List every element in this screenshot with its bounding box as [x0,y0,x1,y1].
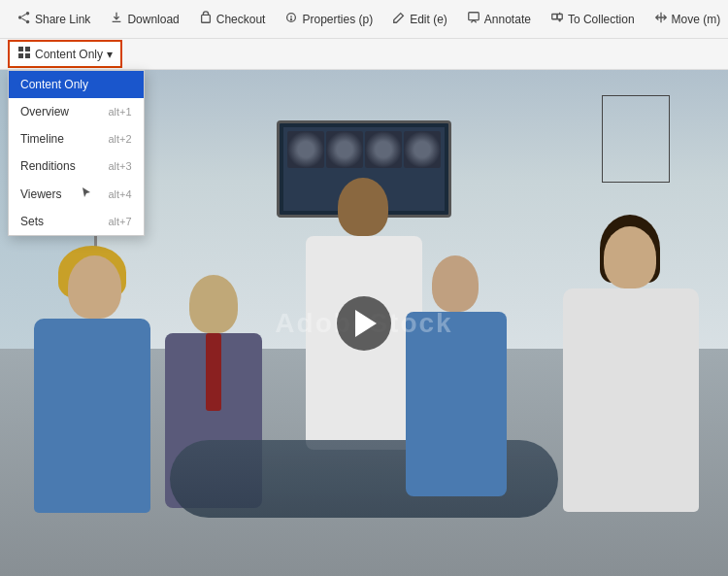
play-icon [355,310,377,337]
tie [206,333,221,411]
svg-rect-16 [25,47,30,51]
xray-image [602,95,670,183]
to-collection-label: To Collection [568,13,635,26]
head [189,275,238,333]
dropdown-item-shortcut: alt+2 [108,133,131,145]
svg-rect-18 [25,53,30,58]
chevron-down-icon: ▾ [107,48,113,61]
svg-point-2 [18,16,22,19]
svg-point-0 [26,12,30,16]
properties-button[interactable]: Properties (p) [275,0,382,38]
dropdown-item-viewers[interactable]: Viewers alt+4 [9,180,144,208]
share-link-label: Share Link [35,13,90,26]
person-4 [398,236,514,576]
view-selector-label: Content Only [35,48,103,61]
person-5 [553,187,709,576]
dropdown-item-label: Content Only [20,78,116,91]
dropdown-item-timeline[interactable]: Timeline alt+2 [9,125,144,152]
checkout-label: Checkout [216,13,266,26]
svg-rect-10 [552,15,557,19]
svg-line-4 [21,18,25,21]
dropdown-item-label: Renditions [20,159,92,173]
person-2 [155,246,272,576]
body [34,319,150,513]
scan-image [365,131,402,168]
view-row: Content Only ▾ Content Only Overview alt… [0,39,728,70]
svg-line-3 [21,15,25,17]
svg-rect-5 [201,15,210,22]
download-icon [110,11,123,27]
layout-icon [17,46,31,62]
svg-rect-11 [557,15,562,19]
dropdown-item-label: Viewers [20,187,61,201]
dropdown-item-label: Sets [20,215,92,228]
head [604,226,656,288]
checkout-icon [199,11,213,27]
move-button[interactable]: Move (m) [645,0,728,38]
dropdown-item-shortcut: alt+4 [108,188,131,200]
view-selector-button[interactable]: Content Only ▾ [8,40,122,68]
annotate-button[interactable]: Annotate [457,0,541,38]
scan-image [404,131,441,168]
dropdown-item-shortcut: alt+3 [108,160,131,172]
svg-point-8 [291,19,292,20]
checkout-button[interactable]: Checkout [189,0,276,38]
properties-label: Properties (p) [302,13,373,26]
body [406,312,507,496]
collection-icon [550,11,564,27]
dropdown-item-shortcut: alt+1 [108,106,131,118]
dropdown-item-shortcut: alt+7 [108,216,131,227]
dropdown-item-label: Timeline [20,132,92,146]
body [563,288,699,512]
dropdown-item-sets[interactable]: Sets alt+7 [9,208,144,235]
cursor-icon [81,186,92,201]
dropdown-item-content-only[interactable]: Content Only [9,71,144,98]
move-label: Move (m) [672,13,721,26]
svg-rect-15 [18,47,23,51]
svg-rect-17 [18,53,23,58]
annotate-label: Annotate [484,13,531,26]
svg-rect-9 [469,13,480,20]
person-1 [29,207,165,576]
dropdown-item-renditions[interactable]: Renditions alt+3 [9,152,144,180]
dropdown-item-overview[interactable]: Overview alt+1 [9,98,144,125]
view-dropdown-menu: Content Only Overview alt+1 Timeline alt… [8,70,145,236]
head [432,255,479,312]
download-label: Download [127,13,179,26]
head [338,178,388,236]
play-button[interactable] [337,296,391,351]
edit-label: Edit (e) [410,13,447,26]
share-link-button[interactable]: Share Link [8,0,100,38]
share-icon [17,11,31,27]
properties-icon [284,11,298,27]
edit-icon [392,11,406,27]
head [68,255,121,319]
scan-image [326,131,363,168]
download-button[interactable]: Download [100,0,188,38]
svg-point-1 [26,20,30,24]
to-collection-button[interactable]: To Collection [541,0,645,38]
edit-button[interactable]: Edit (e) [382,0,457,38]
annotate-icon [467,11,480,27]
scan-image [287,131,324,168]
move-icon [654,11,668,27]
dropdown-item-label: Overview [20,105,92,119]
toolbar: Share Link Download Checkout Properties … [0,0,728,39]
